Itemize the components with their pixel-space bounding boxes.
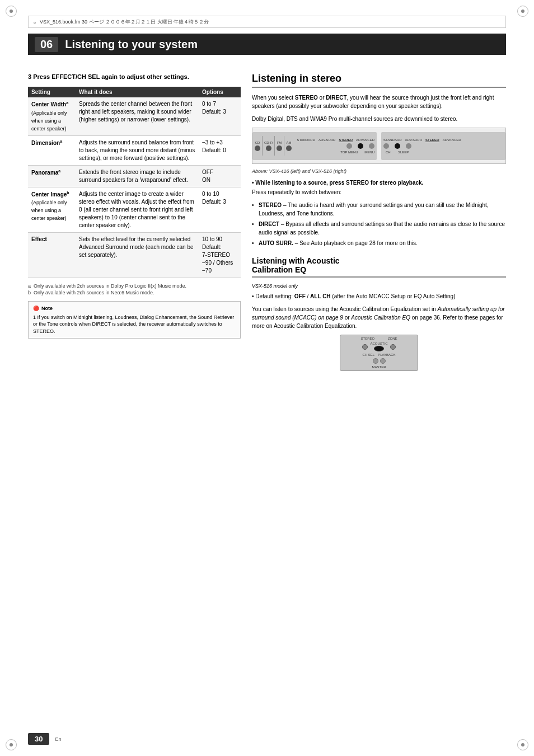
options-cell: 0 to 10 Default: 3 <box>199 187 241 232</box>
setting-cell: Center Imageb(Applicable only when using… <box>28 187 76 232</box>
file-info-bar: ⬦ VSX_516.book.fm 30 ページ ２００６年２月２１日 火曜日 … <box>28 16 506 28</box>
table-row: PanoramaaExtends the front stereo image … <box>28 165 241 187</box>
bullet-item: STEREO – The audio is heard with your su… <box>252 201 506 218</box>
stereo-section: Listening in stereo When you select STER… <box>252 73 506 371</box>
table-row: Center Widtha(Applicable only when using… <box>28 97 241 135</box>
note-text: 1 If you switch on Midnight listening, L… <box>33 314 236 335</box>
does-cell: Sets the effect level for the currently … <box>76 232 199 278</box>
setting-cell: Effect <box>28 232 76 278</box>
acoustic-heading: Listening with AcousticCalibration EQ <box>252 256 506 278</box>
stereo-heading: Listening in stereo <box>252 73 506 88</box>
receiver-image-caption: Above: VSX-416 (left) and VSX-516 (right… <box>252 168 506 174</box>
reg-mark-bl <box>6 739 17 750</box>
footnotes: a Only available with 2ch sources in Dol… <box>28 283 241 297</box>
options-cell: −3 to +3 Default: 0 <box>199 135 241 165</box>
bullet-item: DIRECT – Bypass all effects and surround… <box>252 220 506 237</box>
table-row: Center Imageb(Applicable only when using… <box>28 187 241 232</box>
file-info-text: VSX_516.book.fm 30 ページ ２００６年２月２１日 火曜日 午後… <box>40 18 209 26</box>
acoustic-receiver-image: STEREO ZONE ACOUSTIC CH SELPLAYBACK <box>340 335 418 371</box>
acoustic-model-label: VSX-516 model only <box>252 283 506 289</box>
bullet-intro: Press repeatedly to switch between: <box>252 188 506 196</box>
note-title: 🔴 Note <box>33 305 236 312</box>
note-icon: 🔴 <box>33 305 39 312</box>
does-cell: Adjusts the surround sound balance from … <box>76 135 199 165</box>
settings-table: Setting What it does Options Center Widt… <box>28 87 241 278</box>
does-cell: Spreads the center channel between the f… <box>76 97 199 135</box>
options-cell: OFF ON <box>199 165 241 187</box>
col-header-options: Options <box>199 87 241 97</box>
chapter-number: 06 <box>35 37 58 52</box>
page-lang: En <box>55 736 61 742</box>
options-cell: 0 to 7 Default: 3 <box>199 97 241 135</box>
note-box: 🔴 Note 1 If you switch on Midnight liste… <box>28 301 241 339</box>
step-heading: 3 Press EFFECT/CH SEL again to adjust ot… <box>28 73 241 81</box>
chapter-title: Listening to your system <box>65 38 198 51</box>
footnote-a: a Only available with 2ch sources in Dol… <box>28 283 241 290</box>
stereo-body2: Dolby Digital, DTS and WMA9 Pro multi-ch… <box>252 115 506 123</box>
bullet-heading: • While listening to a source, press STE… <box>252 180 506 186</box>
options-cell: 10 to 90 Default: 7-STEREO −90 / Others … <box>199 232 241 278</box>
does-cell: Extends the front stereo image to includ… <box>76 165 199 187</box>
acoustic-body: You can listen to sources using the Acou… <box>252 305 506 330</box>
reg-mark-tl <box>6 6 17 17</box>
page-footer: 30 En <box>28 733 506 745</box>
chapter-header: 06 Listening to your system <box>28 34 506 55</box>
bullet-item: AUTO SURR. – See Auto playback on page 2… <box>252 239 506 247</box>
table-row: EffectSets the effect level for the curr… <box>28 232 241 278</box>
reg-mark-br <box>517 739 528 750</box>
reg-mark-tr <box>517 6 528 17</box>
setting-cell: Dimensiona <box>28 135 76 165</box>
left-column: 3 Press EFFECT/CH SEL again to adjust ot… <box>28 62 241 722</box>
main-content: 3 Press EFFECT/CH SEL again to adjust ot… <box>28 62 506 722</box>
receiver-image: CD CD-R FM AM <box>252 128 506 164</box>
setting-cell: Center Widtha(Applicable only when using… <box>28 97 76 135</box>
setting-cell: Panoramaa <box>28 165 76 187</box>
col-header-setting: Setting <box>28 87 76 97</box>
right-column: Listening in stereo When you select STER… <box>252 62 506 722</box>
table-row: DimensionaAdjusts the surround sound bal… <box>28 135 241 165</box>
does-cell: Adjusts the center image to create a wid… <box>76 187 199 232</box>
diamond-icon: ⬦ <box>33 19 36 25</box>
page-number: 30 <box>28 733 49 745</box>
col-header-does: What it does <box>76 87 199 97</box>
stereo-bullets: STEREO – The audio is heard with your su… <box>252 201 506 247</box>
acoustic-default: • Default setting: OFF / ALL CH (after t… <box>252 292 506 300</box>
stereo-body1: When you select STEREO or DIRECT, you wi… <box>252 93 506 110</box>
footnote-b: b Only available with 2ch sources in Neo… <box>28 289 241 297</box>
